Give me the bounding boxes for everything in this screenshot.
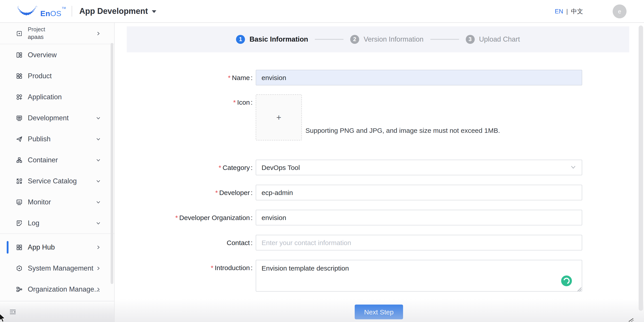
required-asterisk: * — [175, 214, 178, 221]
sidebar-item-publish[interactable]: Publish — [0, 128, 114, 149]
sidebar: Project apaas Overview — [0, 23, 115, 322]
icon-label: *Icon: — [115, 94, 252, 110]
step-version-information: 2 Version Information — [350, 35, 424, 44]
sidebar-item-app-hub[interactable]: App Hub — [0, 237, 114, 258]
chevron-down-icon — [96, 136, 101, 141]
sidebar-item-container[interactable]: Container — [0, 149, 114, 170]
step-upload-chart: 3 Upload Chart — [466, 35, 520, 44]
step-basic-information: 1 Basic Information — [236, 35, 308, 44]
category-label: *Category: — [115, 160, 252, 175]
step-number-badge: 1 — [236, 35, 245, 44]
container-icon — [16, 156, 23, 163]
step-connector — [430, 39, 459, 40]
chevron-down-icon — [96, 115, 101, 120]
log-icon — [16, 219, 23, 226]
project-selector[interactable]: Project apaas — [0, 23, 114, 44]
developer-organization-input[interactable] — [256, 210, 582, 225]
caret-down-icon — [152, 10, 156, 13]
textarea-resize-handle[interactable] — [576, 286, 582, 292]
step-number-badge: 2 — [350, 35, 359, 44]
project-icon — [16, 30, 23, 37]
system-management-icon — [16, 265, 23, 272]
sidebar-item-log[interactable]: Log — [0, 212, 114, 233]
chevron-right-icon — [96, 266, 101, 271]
name-label: *Name: — [115, 70, 252, 85]
icon-upload-hint: Supporting PNG and JPG, and image size m… — [306, 127, 500, 134]
window-scrollbar[interactable] — [639, 25, 643, 311]
lang-zh-link[interactable]: 中文 — [571, 7, 583, 15]
app-window: EnOSTM App Development EN | 中文 e P — [0, 0, 644, 322]
required-asterisk: * — [211, 264, 214, 272]
introduction-label: *Introduction: — [115, 260, 252, 276]
chevron-down-icon — [570, 164, 576, 171]
developer-input[interactable] — [256, 185, 582, 200]
required-asterisk: * — [228, 74, 231, 81]
plus-icon: + — [276, 113, 281, 122]
enos-logo[interactable]: EnOSTM — [17, 5, 66, 17]
sidebar-item-development[interactable]: Development — [0, 107, 114, 128]
sidebar-item-product[interactable]: Product — [0, 65, 114, 86]
contact-input[interactable] — [256, 235, 582, 250]
trademark-label: TM — [62, 7, 66, 9]
application-icon — [16, 93, 23, 100]
chevron-right-icon — [96, 287, 101, 292]
sidebar-scrollbar[interactable] — [110, 43, 113, 284]
chevron-down-icon — [96, 158, 101, 162]
service-catalog-icon — [16, 177, 23, 184]
chevron-right-icon — [96, 31, 101, 36]
developer-label: *Developer: — [115, 185, 252, 200]
mouse-cursor — [0, 314, 7, 322]
overview-icon — [16, 51, 23, 58]
top-header: EnOSTM App Development EN | 中文 e — [0, 0, 644, 23]
lang-en-link[interactable]: EN — [555, 8, 563, 15]
avatar[interactable]: e — [613, 4, 626, 18]
project-label: Project — [28, 26, 45, 33]
sidebar-item-monitor[interactable]: Monitor — [0, 191, 114, 212]
icon-upload-box[interactable]: + — [256, 94, 302, 141]
language-switcher: EN | 中文 — [555, 7, 583, 15]
collapse-sidebar-icon[interactable] — [9, 308, 16, 316]
sidebar-item-service-catalog[interactable]: Service Catalog — [0, 170, 114, 191]
required-asterisk: * — [233, 98, 236, 106]
sidebar-item-overview[interactable]: Overview — [0, 44, 114, 65]
developer-organization-label: *Developer Organization: — [115, 210, 252, 225]
sidebar-item-system-management[interactable]: System Management — [0, 258, 114, 279]
assistant-bubble-icon[interactable] — [561, 276, 572, 286]
step-number-badge: 3 — [466, 35, 474, 44]
product-icon — [16, 72, 23, 79]
chevron-down-icon — [96, 199, 101, 204]
enos-swoosh-icon — [17, 5, 38, 17]
sidebar-footer — [0, 301, 114, 322]
contact-label: Contact: — [115, 235, 252, 250]
active-indicator — [7, 241, 8, 253]
app-switcher[interactable]: App Development — [79, 6, 156, 16]
chevron-down-icon — [96, 220, 101, 225]
step-connector — [315, 39, 344, 40]
required-asterisk: * — [215, 189, 218, 196]
chevron-right-icon — [96, 245, 101, 250]
required-asterisk: * — [218, 164, 221, 171]
monitor-icon — [16, 198, 23, 205]
page-title: App Development — [79, 6, 148, 16]
project-name: apaas — [28, 33, 45, 40]
wizard-stepper: 1 Basic Information 2 Version Informatio… — [127, 26, 629, 52]
main-content: 1 Basic Information 2 Version Informatio… — [115, 23, 644, 322]
logo-wordmark: EnOSTM — [40, 10, 66, 17]
sidebar-nav: Overview Product Application — [0, 44, 114, 300]
name-input[interactable] — [256, 70, 582, 85]
next-step-button[interactable]: Next Step — [355, 305, 403, 319]
sidebar-item-application[interactable]: Application — [0, 86, 114, 107]
app-hub-icon — [16, 244, 23, 251]
introduction-textarea[interactable] — [256, 260, 582, 292]
sidebar-item-organization-management[interactable]: Organization Manage... — [0, 279, 114, 300]
lang-separator: | — [566, 8, 568, 15]
header-divider — [72, 6, 72, 16]
organization-icon — [16, 286, 23, 293]
chevron-down-icon — [96, 178, 101, 183]
resize-grip-icon — [627, 317, 634, 322]
publish-icon — [16, 135, 23, 143]
category-select[interactable]: DevOps Tool — [256, 160, 582, 175]
development-icon — [16, 114, 23, 121]
